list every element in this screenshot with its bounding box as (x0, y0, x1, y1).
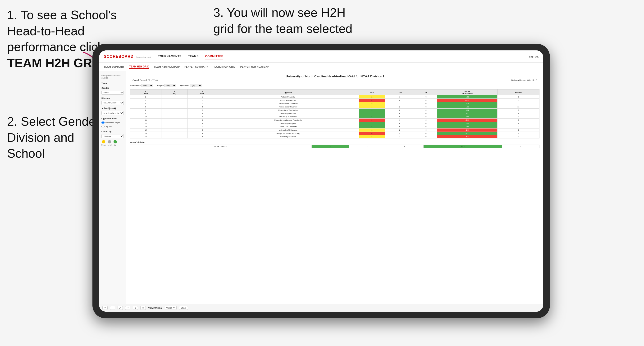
sub-nav-team-h2h-grid[interactable]: TEAM H2H GRID (129, 65, 149, 69)
undo-button[interactable]: ↩ (102, 306, 108, 310)
radio-top100[interactable]: Top 100 (102, 125, 124, 128)
table-row-rounds: 12 (498, 105, 540, 109)
sub-nav-team-summary[interactable]: TEAM SUMMARY (104, 65, 124, 69)
col-conf: #Conf (188, 89, 217, 95)
table-row-loss: 2 (385, 105, 415, 109)
division-select[interactable]: NCAA Division I (102, 101, 124, 105)
table-row-win: 0 (359, 99, 385, 102)
nav-tournaments[interactable]: TOURNAMENTS (158, 54, 182, 59)
out-division-tie: 0 (386, 145, 423, 148)
data-table: #Rank #Reg #Conf Opponent Win Loss Tie D… (130, 89, 540, 139)
table-row-conf: 1 (188, 95, 217, 99)
nav-bar: SCOREBOARD Powered by clippi TOURNAMENTS… (99, 50, 543, 63)
colour-legend: Down Level Up (102, 140, 124, 146)
nav-teams[interactable]: TEAMS (188, 54, 199, 59)
table-row-reg (161, 119, 188, 122)
col-tie: Tie (415, 89, 437, 95)
out-division-table: NCAA Division II 1 0 0 26.00 3 (130, 145, 540, 148)
colour-by-select[interactable]: Win/loss (102, 134, 124, 138)
table-row-tie: 0 (415, 99, 437, 102)
sign-out-link[interactable]: Sign out (529, 55, 538, 58)
table-row-win: 1 (359, 105, 385, 109)
table-row-reg (161, 115, 188, 119)
toolbar-extra4[interactable]: ⏱ (140, 306, 146, 310)
sub-nav-player-h2h-heatmap[interactable]: PLAYER H2H HEATMAP (240, 65, 269, 69)
table-row-opponent: Texas Tech University (217, 125, 359, 129)
opponent-filter-select[interactable]: (All) (190, 84, 202, 87)
out-division-name: NCAA Division II (130, 145, 312, 148)
table-row-reg (161, 95, 188, 99)
toolbar-extra2[interactable]: ✂ (125, 306, 130, 310)
toolbar-extra1[interactable]: ⇄ (118, 306, 123, 310)
table-row-loss: 4 (385, 99, 415, 102)
col-rounds: Rounds (498, 89, 540, 95)
out-division-label: Out of division (130, 141, 540, 144)
division-record: Division Record: 88 - 17 - 0 (511, 79, 537, 81)
gender-select[interactable]: Men's (102, 91, 124, 95)
radio-opponents-played[interactable]: Opponents Played (102, 121, 124, 124)
main-grid: University of North Carolina Head-to-Hea… (126, 71, 543, 304)
table-row-conf: 3 (188, 135, 217, 139)
tablet: SCOREBOARD Powered by clippi TOURNAMENTS… (92, 44, 550, 318)
table-row-conf: 5 (188, 115, 217, 119)
table-row-loss: 1 (385, 119, 415, 122)
table-row-rank: 11 (130, 119, 162, 122)
opponent-view-label: Opponent View (102, 117, 124, 120)
table-row-rank: 3 (130, 99, 162, 102)
table-row-diff: 1.67 (437, 95, 498, 99)
table-row-win: 1 (359, 109, 385, 112)
filter-conference: Conference (All) (130, 84, 153, 87)
table-row-conf: 3 (188, 122, 217, 125)
table-row-diff: 1.83 (437, 105, 498, 109)
table-row-rank: 9 (130, 112, 162, 115)
table-row-opponent: Georgia Institute of Technology (217, 132, 359, 135)
table-row-opponent: University of Washington (217, 109, 359, 112)
toolbar-extra3[interactable]: ⊕ (133, 306, 138, 310)
table-row-reg (161, 122, 188, 125)
out-division-win: 1 (312, 145, 349, 148)
gender-label: Gender (102, 87, 124, 89)
table-row-win: 1 (359, 122, 385, 125)
table-row-loss: 0 (385, 112, 415, 115)
table-row-conf: 2 (188, 105, 217, 109)
share-button[interactable]: Share (179, 306, 188, 310)
table-row-reg (161, 132, 188, 135)
redo-button[interactable]: ↪ (110, 306, 115, 310)
instruction-text-2: 2. Select Gender, Division and School (7, 115, 102, 160)
col-rank: #Rank (130, 89, 162, 95)
table-row-win: 1 (359, 112, 385, 115)
filter-opponent: Opponent (All) (180, 84, 202, 87)
table-row-conf: 3 (188, 112, 217, 115)
content-area: Last Updated: 27/03/2024 16:55:38 Team G… (99, 71, 543, 304)
table-row-loss: 0 (385, 115, 415, 119)
sub-nav-player-h2h-grid[interactable]: PLAYER H2H GRID (213, 65, 236, 69)
table-row-conf: 2 (188, 99, 217, 102)
table-row-diff: -4.42 (437, 135, 498, 139)
table-row-diff: 4.50 (437, 132, 498, 135)
school-select[interactable]: 1. University of Nort... (102, 111, 124, 115)
table-row-win: 5 (359, 102, 385, 105)
table-row-diff: 2.29 (437, 102, 498, 105)
nav-committee[interactable]: COMMITTEE (205, 54, 224, 59)
tablet-screen: SCOREBOARD Powered by clippi TOURNAMENTS… (99, 50, 543, 312)
table-row-rounds: 9 (498, 95, 540, 99)
watch-button[interactable]: Watch ▼ (165, 306, 177, 310)
table-row-opponent: University of Arkansas, Fayetteville (217, 119, 359, 122)
table-row-win: 0 (359, 132, 385, 135)
sub-nav-player-summary[interactable]: PLAYER SUMMARY (184, 65, 208, 69)
table-row-rank: 13 (130, 125, 162, 129)
sub-nav-team-h2h-heatmap[interactable]: TEAM H2H HEATMAP (154, 65, 180, 69)
table-row-win: 0 (359, 119, 385, 122)
table-row-rank: 15 (130, 132, 162, 135)
table-row-rank: 2 (130, 95, 162, 99)
table-row-rounds: 8 (498, 99, 540, 102)
colour-level (108, 140, 111, 143)
table-row-conf: 1 (188, 102, 217, 105)
radio-group: Opponents Played Top 100 (102, 121, 124, 128)
table-row-diff: -4.33 (437, 119, 498, 122)
region-filter-select[interactable]: (All) (164, 84, 176, 87)
colour-down (102, 140, 105, 143)
conference-filter-select[interactable]: (All) (142, 84, 153, 87)
filter-region: Region (All) (157, 84, 176, 87)
table-row-opponent: University of Virginia (217, 122, 359, 125)
